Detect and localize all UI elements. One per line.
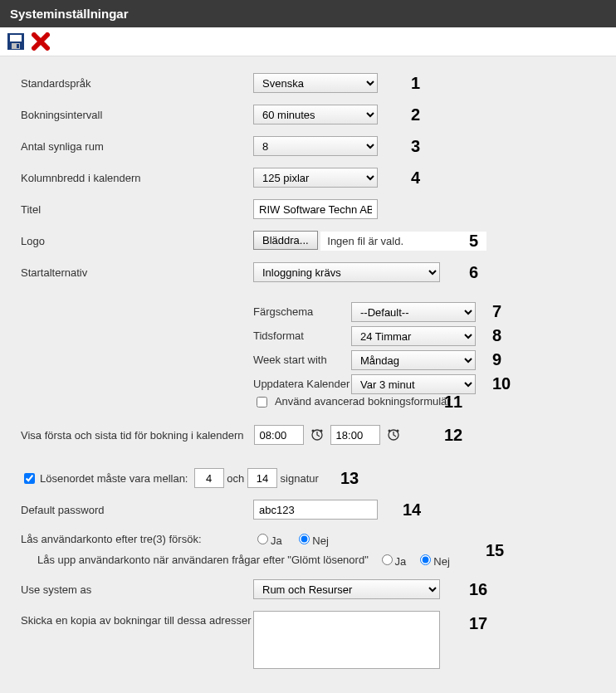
copy-bookings-label: Skicka en kopia av bokningar till dessa … (21, 611, 253, 627)
svg-point-6 (320, 430, 322, 432)
unlock-yes-radio[interactable] (382, 554, 393, 565)
default-language-label: Standardspråk (21, 77, 253, 90)
booking-interval-select[interactable]: 60 minutes (253, 105, 378, 124)
annotation-17: 17 (469, 614, 487, 633)
start-option-select[interactable]: Inloggning krävs (253, 262, 440, 282)
lock-yes-radio[interactable] (257, 534, 268, 544)
annotation-16: 16 (469, 580, 487, 599)
annotation-14: 14 (403, 500, 421, 520)
show-times-label: Visa första och sista tid för bokning i … (21, 429, 244, 442)
save-icon[interactable] (7, 34, 32, 46)
password-between-label: Lösenordet måste vara mellan: (40, 472, 188, 485)
default-language-select[interactable]: Svenska (253, 73, 378, 93)
annotation-12: 12 (444, 426, 462, 445)
color-scheme-label: Färgschema (21, 305, 323, 318)
time-format-select[interactable]: 24 Timmar (351, 326, 476, 346)
close-icon[interactable] (32, 34, 53, 46)
annotation-10: 10 (492, 374, 511, 393)
file-status-text: Ingen fil är vald. (320, 232, 486, 251)
use-system-as-select[interactable]: Rum och Resurser (253, 579, 440, 599)
logo-label: Logo (21, 235, 253, 247)
unlock-no-radio[interactable] (420, 554, 431, 565)
visible-rooms-label: Antal synliga rum (21, 140, 253, 153)
refresh-calendar-label: Uppdatera Kalender (21, 378, 359, 390)
form: Standardspråk Svenska 1 Bokningsinterval… (0, 56, 616, 693)
advanced-form-label: Använd avancerad bokningsformulär (275, 395, 451, 408)
lock-three-label: Lås användarkonto efter tre(3) försök: (21, 533, 253, 545)
week-start-label: Week start with (21, 354, 337, 366)
default-password-label: Default password (21, 504, 253, 516)
clock-icon[interactable] (310, 428, 324, 442)
signature-label: signatur (281, 472, 319, 485)
password-min-input[interactable] (194, 468, 224, 488)
column-width-select[interactable]: 125 pixlar (253, 168, 378, 188)
svg-rect-3 (17, 44, 19, 48)
annotation-11: 11 (444, 393, 462, 412)
week-start-select[interactable]: Måndag (351, 350, 476, 370)
svg-point-8 (388, 430, 390, 432)
title-input[interactable] (253, 199, 378, 219)
annotation-9: 9 (492, 350, 501, 369)
visible-rooms-select[interactable]: 8 (253, 136, 378, 156)
annotation-7: 7 (492, 302, 501, 321)
title-label: Titel (21, 203, 253, 216)
time-format-label: Tidsformat (21, 329, 314, 342)
svg-point-9 (396, 430, 398, 432)
annotation-1: 1 (411, 74, 420, 93)
default-password-input[interactable] (253, 500, 378, 520)
annotation-5: 5 (469, 232, 478, 251)
copy-addresses-textarea[interactable] (253, 611, 440, 669)
toolbar (0, 27, 616, 56)
advanced-form-checkbox[interactable] (257, 397, 267, 408)
refresh-calendar-select[interactable]: Var 3 minut (351, 374, 476, 394)
annotation-4: 4 (411, 168, 420, 188)
browse-button[interactable]: Bläddra... (253, 231, 318, 250)
annotation-2: 2 (411, 105, 420, 124)
page-title: Systeminställningar (10, 7, 129, 21)
annotation-6: 6 (469, 263, 478, 282)
lock-no-radio[interactable] (299, 534, 310, 544)
color-scheme-select[interactable]: --Default-- (351, 302, 476, 322)
column-width-label: Kolumnbredd i kalendern (21, 172, 253, 184)
time-start-input[interactable] (254, 425, 304, 445)
page-header: Systeminställningar (0, 0, 616, 27)
annotation-8: 8 (492, 326, 501, 345)
annotation-3: 3 (411, 137, 420, 156)
start-option-label: Startalternativ (21, 266, 253, 279)
svg-point-5 (311, 430, 314, 432)
unlock-forgot-label: Lås upp användarkonto när användaren frå… (37, 554, 369, 566)
time-end-input[interactable] (330, 425, 380, 445)
use-system-as-label: Use system as (21, 583, 253, 596)
password-rule-checkbox[interactable] (24, 473, 35, 484)
password-max-input[interactable] (247, 468, 277, 488)
booking-interval-label: Bokningsintervall (21, 109, 253, 121)
svg-rect-1 (10, 35, 22, 41)
clock-icon[interactable] (387, 428, 400, 442)
annotation-13: 13 (340, 469, 359, 488)
and-label: och (227, 472, 244, 485)
